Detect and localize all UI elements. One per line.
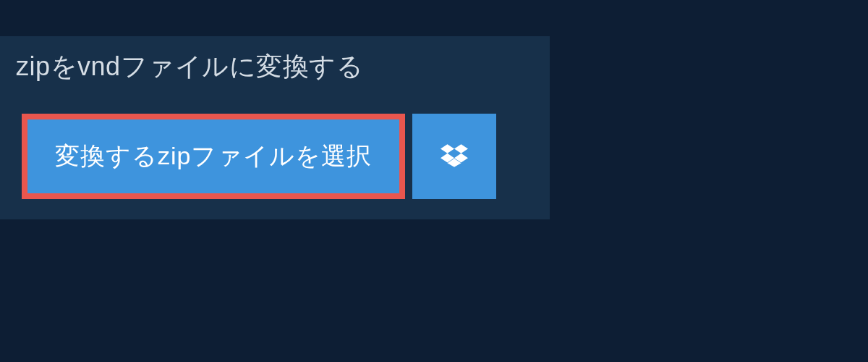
dropbox-icon bbox=[441, 142, 468, 172]
select-file-button[interactable]: 変換するzipファイルを選択 bbox=[22, 114, 405, 199]
dropbox-button[interactable] bbox=[412, 114, 496, 199]
title-row: zipをvndファイルに変換する bbox=[0, 36, 447, 98]
button-row: 変換するzipファイルを選択 bbox=[0, 98, 550, 219]
conversion-panel: zipをvndファイルに変換する 変換するzipファイルを選択 bbox=[0, 36, 550, 219]
page-title: zipをvndファイルに変換する bbox=[16, 49, 431, 85]
